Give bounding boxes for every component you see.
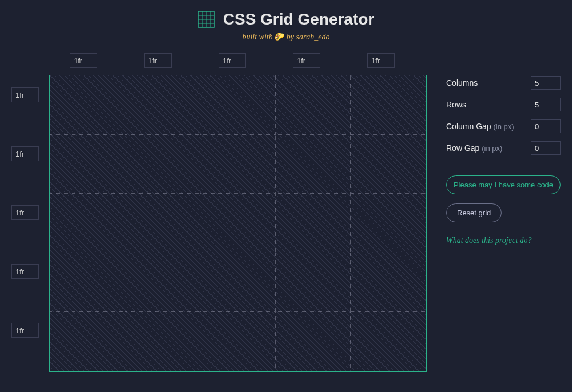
grid-cell[interactable]	[200, 194, 276, 253]
column-size-input[interactable]	[367, 53, 395, 68]
grid-logo-icon	[198, 11, 215, 28]
rows-field: Rows	[446, 98, 561, 111]
grid-cell[interactable]	[125, 75, 201, 135]
column-gap-input[interactable]	[531, 119, 561, 133]
grid-cell[interactable]	[351, 75, 426, 135]
rows-input[interactable]	[531, 98, 561, 111]
grid-cell[interactable]	[125, 135, 201, 194]
grid-cell[interactable]	[50, 253, 125, 313]
row-sizes	[11, 53, 45, 338]
title-row: CSS Grid Generator	[0, 10, 572, 29]
grid-cell[interactable]	[276, 312, 351, 371]
subtitle-author[interactable]: by sarah_edo	[287, 33, 330, 41]
grid-cell[interactable]	[50, 194, 125, 253]
grid-cell[interactable]	[125, 312, 201, 371]
grid-cell[interactable]	[200, 135, 276, 194]
column-gap-label: Column Gap (in px)	[446, 122, 514, 131]
grid-cell[interactable]	[50, 312, 125, 371]
column-size-input[interactable]	[144, 53, 172, 68]
grid-cell[interactable]	[276, 194, 351, 253]
columns-field: Columns	[446, 76, 561, 90]
grid-cell[interactable]	[276, 135, 351, 194]
grid-cell[interactable]	[351, 253, 426, 313]
column-size-input[interactable]	[70, 53, 97, 68]
subtitle-prefix: built with	[242, 33, 275, 41]
main: Columns Rows Column Gap (in px) Row Gap …	[0, 42, 572, 372]
grid-cell[interactable]	[200, 75, 276, 135]
grid-section	[49, 53, 427, 372]
column-size-input[interactable]	[293, 53, 320, 68]
sidebar: Columns Rows Column Gap (in px) Row Gap …	[446, 53, 561, 245]
grid-cell[interactable]	[276, 253, 351, 313]
rows-label: Rows	[446, 100, 466, 109]
generate-code-button[interactable]: Please may I have some code	[446, 175, 561, 194]
grid-cell[interactable]	[125, 253, 201, 313]
row-gap-label-text: Row Gap	[446, 143, 479, 153]
grid-cell[interactable]	[200, 312, 276, 371]
row-size-input[interactable]	[11, 87, 39, 102]
row-size-input[interactable]	[11, 146, 39, 161]
about-link[interactable]: What does this project do?	[446, 236, 561, 245]
grid-cell[interactable]	[276, 75, 351, 135]
grid-cell[interactable]	[50, 135, 125, 194]
column-gap-units: (in px)	[493, 122, 514, 131]
row-gap-label: Row Gap (in px)	[446, 143, 502, 153]
grid-cell[interactable]	[125, 194, 201, 253]
page-title: CSS Grid Generator	[223, 10, 375, 29]
reset-grid-button[interactable]: Reset grid	[446, 203, 502, 222]
column-gap-label-text: Column Gap	[446, 122, 491, 131]
row-gap-input[interactable]	[531, 141, 561, 155]
row-size-input[interactable]	[11, 264, 39, 279]
grid-cell[interactable]	[200, 253, 276, 313]
grid-cell[interactable]	[351, 312, 426, 371]
grid-cell[interactable]	[351, 194, 426, 253]
row-size-input[interactable]	[11, 323, 39, 338]
column-size-input[interactable]	[219, 53, 246, 68]
columns-label: Columns	[446, 78, 478, 87]
grid-canvas[interactable]	[49, 75, 427, 372]
row-gap-units: (in px)	[482, 144, 502, 153]
column-gap-field: Column Gap (in px)	[446, 119, 561, 133]
columns-input[interactable]	[531, 76, 561, 90]
taco-icon: 🌮	[275, 33, 284, 41]
subtitle: built with 🌮 by sarah_edo	[0, 32, 572, 42]
grid-cell[interactable]	[50, 75, 125, 135]
row-size-input[interactable]	[11, 205, 39, 220]
header: CSS Grid Generator built with 🌮 by sarah…	[0, 0, 572, 42]
row-gap-field: Row Gap (in px)	[446, 141, 561, 155]
column-sizes	[49, 53, 427, 68]
grid-cell[interactable]	[351, 135, 426, 194]
